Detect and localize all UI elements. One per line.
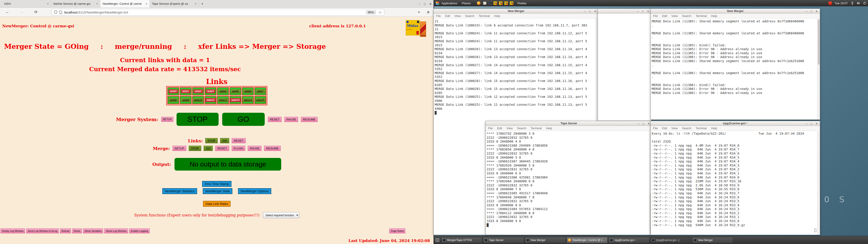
- new-tab-button[interactable]: +: [199, 0, 206, 7]
- close-icon[interactable]: ✕: [429, 2, 432, 6]
- maximize-icon[interactable]: □: [643, 122, 644, 125]
- power-icon[interactable]: [863, 2, 866, 5]
- browser-tab[interactable]: NewMerger: Control @ carme ×: [100, 0, 150, 7]
- back-icon[interactable]: ←: [5, 10, 9, 14]
- overflow-chevrons-icon[interactable]: »: [418, 10, 420, 14]
- link-button[interactable]: aida7: [256, 89, 265, 93]
- merger-pause-button[interactable]: PAUSE: [284, 117, 298, 122]
- merge-control-button[interactable]: SETUP: [173, 146, 186, 151]
- maximize-icon[interactable]: □: [811, 122, 812, 125]
- panel-clock[interactable]: Tue 19:07: [835, 2, 848, 5]
- merge-control-button[interactable]: GO: [204, 146, 213, 151]
- midas-launcher-icon[interactable]: M: [504, 1, 508, 5]
- footer-button[interactable]: Send Log Window to ELog: [26, 228, 59, 233]
- footer-button[interactable]: Empty Log Window: [0, 228, 25, 233]
- system-function-select[interactable]: Select required function: [263, 212, 299, 218]
- page-notes-button[interactable]: Page Notes: [389, 228, 405, 233]
- firefox-launcher-icon[interactable]: [477, 1, 480, 5]
- newmerger-options-button[interactable]: NewMerger Options: [238, 188, 271, 194]
- close-icon[interactable]: ✕: [594, 10, 596, 13]
- newmerger-state-button[interactable]: NewMerger State: [203, 188, 232, 194]
- midas-launcher-icon[interactable]: M: [499, 1, 502, 5]
- menu-item[interactable]: View: [454, 14, 461, 18]
- taskbar-window-button[interactable]: New Merger: [525, 237, 566, 243]
- menu-item[interactable]: Terminal: [531, 126, 542, 130]
- menu-item[interactable]: Edit: [662, 126, 667, 130]
- menu-item[interactable]: Search: [465, 14, 474, 18]
- applications-menu[interactable]: Applications: [441, 2, 457, 5]
- output-status-button[interactable]: No output to data storage: [175, 158, 281, 171]
- minimize-icon[interactable]: –: [418, 2, 420, 6]
- merger-setup-button[interactable]: SETUP: [161, 117, 174, 122]
- taskbar-window-button[interactable]: NewMerger: Control @ car...: [566, 237, 608, 243]
- link-button[interactable]: aida4: [218, 89, 228, 93]
- taskbar-window-button[interactable]: [npg@carme-gsi:~]: [650, 237, 691, 243]
- places-menu[interactable]: Places: [462, 2, 471, 5]
- volume-icon[interactable]: [857, 2, 860, 5]
- link-button[interactable]: aida6: [243, 89, 252, 93]
- window-titlebar[interactable]: New Merger – □ ✕: [651, 9, 820, 13]
- midas-launcher-icon[interactable]: M: [510, 1, 513, 5]
- terminal-launcher-icon[interactable]: >_: [488, 2, 492, 5]
- link-button[interactable]: aida13: [230, 98, 241, 102]
- show-desktop-icon[interactable]: [436, 238, 439, 242]
- close-icon[interactable]: ✕: [647, 10, 649, 13]
- menu-item[interactable]: Terminal: [696, 14, 707, 18]
- links-control-button[interactable]: STOP: [205, 138, 218, 143]
- notification-alert-icon[interactable]: [829, 2, 832, 5]
- footer-button[interactable]: Reload: [60, 228, 71, 233]
- footer-button[interactable]: Reset: [72, 228, 82, 233]
- menu-item[interactable]: Search: [682, 126, 691, 130]
- minimize-icon[interactable]: –: [806, 122, 807, 125]
- merge-control-button[interactable]: RESUME: [264, 146, 281, 151]
- files-launcher-icon[interactable]: [483, 2, 487, 5]
- midas-launcher-icon[interactable]: M: [493, 1, 497, 5]
- footer-button[interactable]: Show Variables: [83, 228, 103, 233]
- url-bar[interactable]: localhost:8115/NewMerger/NewMerger.tml 9…: [52, 9, 384, 16]
- menu-item[interactable]: Help: [494, 14, 500, 18]
- scrollbar[interactable]: [817, 131, 820, 235]
- applications-menu-icon[interactable]: [436, 2, 439, 5]
- merger-go-button[interactable]: GO: [222, 113, 265, 126]
- menu-item[interactable]: File: [653, 14, 658, 18]
- focused-app-label[interactable]: Firefox: [518, 2, 526, 5]
- taskbar-window-button[interactable]: Tape Server: [483, 237, 524, 243]
- close-icon[interactable]: ✕: [815, 122, 818, 125]
- menu-item[interactable]: Edit: [662, 14, 667, 18]
- zoom-level-badge[interactable]: 90%: [366, 10, 376, 14]
- close-icon[interactable]: ✕: [815, 10, 818, 13]
- maximize-icon[interactable]: □: [811, 10, 812, 13]
- page-info-icon[interactable]: [59, 11, 62, 14]
- maximize-icon[interactable]: □: [642, 10, 644, 13]
- window-titlebar[interactable]: Tape Server – □ ✕: [486, 121, 652, 126]
- link-button[interactable]: aida3: [206, 89, 215, 93]
- browser-tab[interactable]: NetVar Service @ carme-gsi ×: [51, 0, 100, 7]
- menu-item[interactable]: Terminal: [479, 14, 490, 18]
- link-button[interactable]: aida10: [193, 98, 204, 102]
- links-control-button[interactable]: RESET: [232, 138, 246, 143]
- menu-item[interactable]: Edit: [497, 126, 502, 130]
- scrollbar[interactable]: [817, 19, 820, 120]
- merger-resume-button[interactable]: RESUME: [301, 117, 318, 122]
- menu-item[interactable]: File: [488, 126, 493, 130]
- close-icon[interactable]: ✕: [648, 122, 650, 125]
- data-link-rates-button[interactable]: Data Link Rates: [203, 201, 230, 207]
- footer-button[interactable]: Show Log Window: [104, 228, 128, 233]
- menu-item[interactable]: Help: [711, 126, 717, 130]
- menu-item[interactable]: File: [436, 14, 441, 18]
- taskbar-window-button[interactable]: npg@carme-gsi:~: [608, 237, 649, 243]
- merge-control-button[interactable]: STOP: [189, 146, 201, 151]
- taskbar-window-button[interactable]: New Merger: [692, 237, 733, 243]
- window-titlebar[interactable]: New Merger – □ ✕: [434, 9, 598, 13]
- browser-tab[interactable]: Tape Service (Expert) @ ca ×: [150, 0, 199, 7]
- merger-stop-button[interactable]: STOP: [177, 113, 219, 126]
- link-button[interactable]: aida9: [181, 98, 190, 102]
- menu-item[interactable]: View: [671, 14, 678, 18]
- scrollbar-thumb[interactable]: [818, 20, 819, 65]
- hamburger-menu-icon[interactable]: ≡: [427, 10, 430, 15]
- menu-item[interactable]: Search: [517, 126, 526, 130]
- link-button[interactable]: aida11: [205, 98, 216, 102]
- menu-item[interactable]: View: [671, 126, 678, 130]
- tab-close-icon[interactable]: ×: [47, 2, 49, 5]
- link-button[interactable]: aida1: [181, 89, 190, 93]
